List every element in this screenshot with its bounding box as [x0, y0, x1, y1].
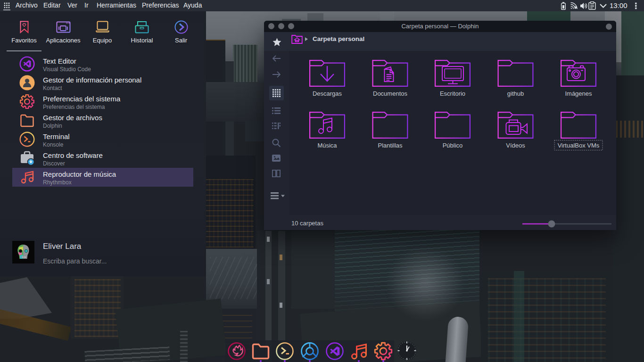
svg-text:github: github	[507, 90, 524, 97]
svg-text:Descargas: Descargas	[313, 90, 342, 97]
svg-text:VirtualBox VMs: VirtualBox VMs	[558, 142, 600, 149]
svg-text:Público: Público	[443, 142, 463, 149]
svg-text:Documentos: Documentos	[373, 90, 407, 97]
svg-text:Imágenes: Imágenes	[565, 90, 592, 97]
svg-text:Música: Música	[317, 142, 337, 149]
svg-text:Vídeos: Vídeos	[506, 142, 525, 149]
svg-text:Plantillas: Plantillas	[378, 142, 403, 149]
svg-text:Escritorio: Escritorio	[440, 90, 465, 97]
